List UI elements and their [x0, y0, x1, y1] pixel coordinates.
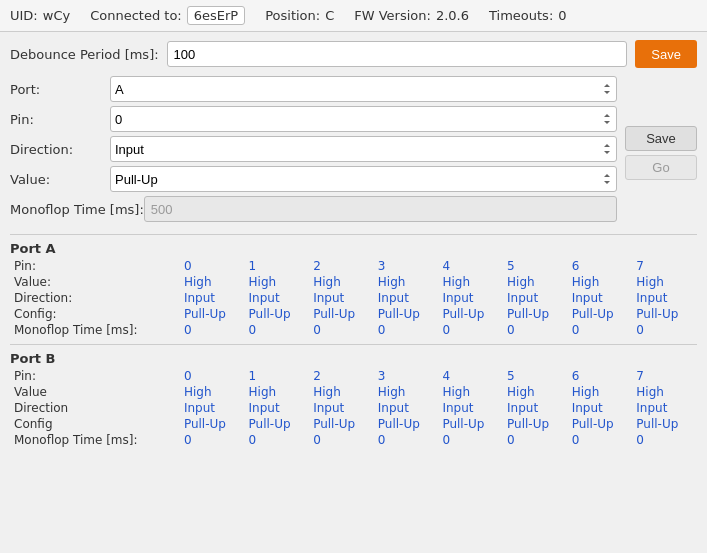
port-label: Port:: [10, 82, 110, 97]
pin-label: Pin:: [10, 112, 110, 127]
port-b-value-label: Value: [10, 384, 180, 400]
port-a-section: Port A Pin: 0 1 2 3 4 5 6 7 Value: High …: [10, 241, 697, 338]
port-a-pin-6: 6: [568, 258, 633, 274]
port-b-pin-row: Pin: 0 1 2 3 4 5 6 7: [10, 368, 697, 384]
direction-row: Direction: Input Output: [10, 136, 617, 162]
save-button[interactable]: Save: [625, 126, 697, 151]
header: UID: wCy Connected to: 6esErP Position: …: [0, 0, 707, 32]
port-a-pin-1: 1: [245, 258, 310, 274]
port-a-monoflop-row: Monoflop Time [ms]: 0 0 0 0 0 0 0 0: [10, 322, 697, 338]
config-form: Port: A B Pin: 0123 4567 Direction: Inpu…: [10, 76, 697, 226]
uid-label: UID:: [10, 8, 38, 23]
debounce-label: Debounce Period [ms]:: [10, 47, 159, 62]
port-b-value-row: Value High High High High High High High…: [10, 384, 697, 400]
port-a-pin-5: 5: [503, 258, 568, 274]
port-a-direction-label: Direction:: [10, 290, 180, 306]
port-a-pin-row: Pin: 0 1 2 3 4 5 6 7: [10, 258, 697, 274]
fw-label: FW Version:: [354, 8, 431, 23]
port-b-title: Port B: [10, 351, 697, 366]
port-a-value-label: Value:: [10, 274, 180, 290]
port-a-pin-7: 7: [632, 258, 697, 274]
uid-section: UID: wCy: [10, 8, 70, 23]
port-a-table: Pin: 0 1 2 3 4 5 6 7 Value: High High Hi…: [10, 258, 697, 338]
monoflop-row: Monoflop Time [ms]:: [10, 196, 617, 222]
debounce-input[interactable]: [167, 41, 628, 67]
monoflop-label: Monoflop Time [ms]:: [10, 202, 144, 217]
fw-value: 2.0.6: [436, 8, 469, 23]
divider-a: [10, 234, 697, 235]
position-section: Position: C: [265, 8, 334, 23]
form-fields: Port: A B Pin: 0123 4567 Direction: Inpu…: [10, 76, 617, 226]
value-label: Value:: [10, 172, 110, 187]
connected-value: 6esErP: [187, 6, 245, 25]
pin-select[interactable]: 0123 4567: [110, 106, 617, 132]
debounce-row: Debounce Period [ms]: Save: [10, 40, 697, 68]
port-b-section: Port B Pin: 0 1 2 3 4 5 6 7 Value High H…: [10, 351, 697, 448]
fw-section: FW Version: 2.0.6: [354, 8, 469, 23]
port-b-direction-row: Direction Input Input Input Input Input …: [10, 400, 697, 416]
debounce-save-button[interactable]: Save: [635, 40, 697, 68]
port-b-monoflop-label: Monoflop Time [ms]:: [10, 432, 180, 448]
port-a-monoflop-label: Monoflop Time [ms]:: [10, 322, 180, 338]
port-a-config-label: Config:: [10, 306, 180, 322]
timeouts-value: 0: [558, 8, 566, 23]
port-b-pin-label: Pin:: [10, 368, 180, 384]
value-row: Value: Pull-Up Pull-Down High Low: [10, 166, 617, 192]
port-a-pin-label: Pin:: [10, 258, 180, 274]
port-a-pin-3: 3: [374, 258, 439, 274]
port-b-config-row: Config Pull-Up Pull-Up Pull-Up Pull-Up P…: [10, 416, 697, 432]
timeouts-label: Timeouts:: [489, 8, 553, 23]
port-a-value-row: Value: High High High High High High Hig…: [10, 274, 697, 290]
port-a-config-row: Config: Pull-Up Pull-Up Pull-Up Pull-Up …: [10, 306, 697, 322]
form-buttons: Save Go: [625, 76, 697, 226]
divider-b: [10, 344, 697, 345]
port-b-direction-label: Direction: [10, 400, 180, 416]
monoflop-input: [144, 196, 617, 222]
value-select[interactable]: Pull-Up Pull-Down High Low: [110, 166, 617, 192]
pin-row: Pin: 0123 4567: [10, 106, 617, 132]
connected-section: Connected to: 6esErP: [90, 6, 245, 25]
position-label: Position:: [265, 8, 320, 23]
port-a-direction-row: Direction: Input Input Input Input Input…: [10, 290, 697, 306]
go-button: Go: [625, 155, 697, 180]
main-content: Debounce Period [ms]: Save Port: A B Pin…: [0, 32, 707, 462]
port-a-pin-4: 4: [438, 258, 503, 274]
port-a-title: Port A: [10, 241, 697, 256]
direction-select[interactable]: Input Output: [110, 136, 617, 162]
port-a-pin-0: 0: [180, 258, 245, 274]
connected-label: Connected to:: [90, 8, 182, 23]
port-b-monoflop-row: Monoflop Time [ms]: 0 0 0 0 0 0 0 0: [10, 432, 697, 448]
uid-value: wCy: [43, 8, 70, 23]
port-a-pin-2: 2: [309, 258, 374, 274]
position-value: C: [325, 8, 334, 23]
port-select[interactable]: A B: [110, 76, 617, 102]
direction-label: Direction:: [10, 142, 110, 157]
port-b-config-label: Config: [10, 416, 180, 432]
timeouts-section: Timeouts: 0: [489, 8, 567, 23]
port-row: Port: A B: [10, 76, 617, 102]
port-b-table: Pin: 0 1 2 3 4 5 6 7 Value High High Hig…: [10, 368, 697, 448]
